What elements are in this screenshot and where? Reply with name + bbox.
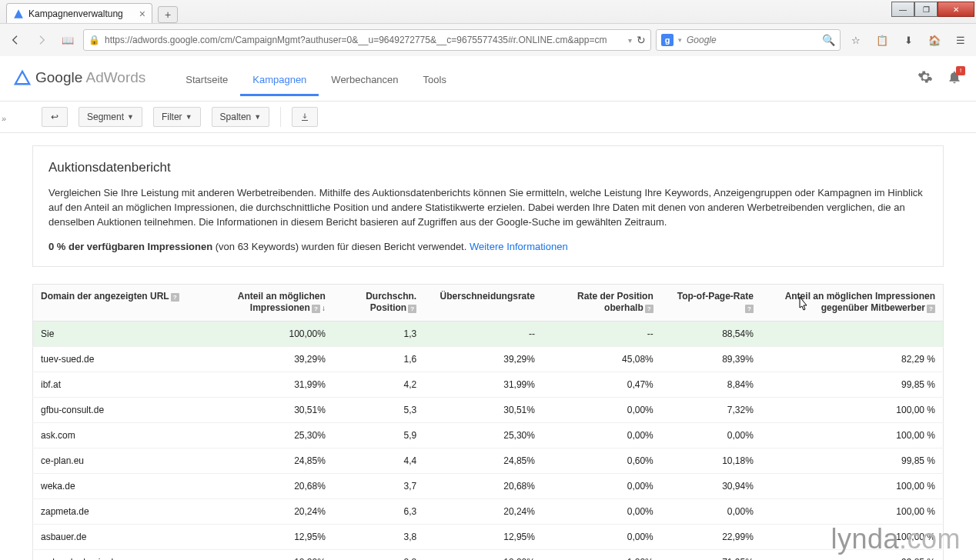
download-button[interactable] <box>292 107 318 127</box>
table-row[interactable]: ask.com25,30%5,925,30%0,00%0,00%100,00 % <box>33 422 944 448</box>
search-icon[interactable]: 🔍 <box>822 34 835 46</box>
help-icon[interactable]: ? <box>927 305 935 313</box>
info-link[interactable]: Weitere Informationen <box>470 241 568 252</box>
search-dropdown-icon[interactable]: ▾ <box>678 36 682 44</box>
cell-pos: 4,4 <box>333 448 424 473</box>
table-row[interactable]: weka.de20,68%3,720,68%0,00%30,94%100,00 … <box>33 473 944 498</box>
cell-url: tuev-sued.de <box>33 346 188 372</box>
filter-dropdown[interactable]: Filter▼ <box>153 107 201 127</box>
header-overlap[interactable]: Überschneidungsrate <box>424 284 543 321</box>
cell-over: 30,51% <box>424 397 543 422</box>
table-row[interactable]: weka-akademie.de12,20%2,812,20%1,22%71,9… <box>33 549 944 560</box>
table-row[interactable]: gfbu-consult.de30,51%5,330,51%0,00%7,32%… <box>33 397 944 422</box>
table-header-row: Domain der angezeigten URL? Anteil an mö… <box>33 284 944 321</box>
cell-above: 0,00% <box>543 524 661 549</box>
columns-dropdown[interactable]: Spalten▼ <box>212 107 270 127</box>
menu-icon[interactable]: ☰ <box>950 29 971 51</box>
table-row[interactable]: tuev-sued.de39,29%1,639,29%45,08%89,39%8… <box>33 346 944 372</box>
help-icon[interactable]: ? <box>408 305 416 313</box>
header-top-of-page[interactable]: Top-of-Page-Rate? <box>661 284 761 321</box>
new-tab-button[interactable]: + <box>158 6 178 23</box>
cell-pos: 1,6 <box>333 346 424 372</box>
maximize-button[interactable]: ❐ <box>914 2 938 17</box>
table-row[interactable]: asbauer.de12,95%3,812,95%0,00%22,99%100,… <box>33 524 944 549</box>
table-row[interactable]: Sie100,00%1,3----88,54% <box>33 321 944 346</box>
nav-startseite[interactable]: Startseite <box>173 60 240 96</box>
content-area: Auktionsdatenbericht Vergleichen Sie Ihr… <box>0 133 976 560</box>
cell-over: 25,30% <box>424 422 543 448</box>
reader-mode-icon[interactable]: 📖 <box>57 29 79 51</box>
help-icon[interactable]: ? <box>171 293 179 302</box>
cell-url: weka-akademie.de <box>33 549 188 560</box>
reload-icon[interactable]: ↻ <box>637 34 646 46</box>
cell-top: 71,95% <box>661 549 761 560</box>
cell-url: weka.de <box>33 473 188 498</box>
cell-above: 45,08% <box>543 346 661 372</box>
table-row[interactable]: ce-plan.eu24,85%4,424,85%0,60%10,18%99,8… <box>33 448 944 473</box>
cell-above: 0,00% <box>543 397 661 422</box>
nav-kampagnen[interactable]: Kampagnen <box>240 60 319 96</box>
gear-icon[interactable] <box>918 69 933 87</box>
cell-top: 22,99% <box>661 524 761 549</box>
tab-close-icon[interactable]: × <box>139 8 145 20</box>
cell-above: 1,22% <box>543 549 661 560</box>
cell-url: gfbu-consult.de <box>33 397 188 422</box>
nav-werbechancen[interactable]: Werbechancen <box>319 60 410 96</box>
notifications-badge: ! <box>956 66 965 75</box>
help-icon[interactable]: ? <box>645 305 653 313</box>
back-arrow-button[interactable]: ↩ <box>42 107 68 127</box>
header-position[interactable]: Durchschn. Position? <box>333 284 424 321</box>
window-controls: — ❐ ✕ <box>891 2 974 17</box>
adwords-logo[interactable]: Google AdWords <box>14 69 145 86</box>
header-above-rate[interactable]: Rate der Position oberhalb? <box>543 284 661 321</box>
table-row[interactable]: zapmeta.de20,24%6,320,24%0,00%0,00%100,0… <box>33 498 944 524</box>
cell-url: Sie <box>33 321 188 346</box>
info-summary: 0 % der verfügbaren Impressionen (von 63… <box>48 241 928 252</box>
header-url[interactable]: Domain der angezeigten URL? <box>33 284 188 321</box>
clipboard-icon[interactable]: 📋 <box>871 29 893 51</box>
header-outranking[interactable]: Anteil an möglichen Impressionen gegenüb… <box>761 284 944 321</box>
cell-out: 99,85 % <box>761 448 944 473</box>
adwords-logo-text: Google AdWords <box>35 69 145 86</box>
cell-url: ask.com <box>33 422 188 448</box>
help-icon[interactable]: ? <box>745 305 754 313</box>
forward-button[interactable] <box>31 29 52 51</box>
cell-pos: 3,7 <box>333 473 424 498</box>
url-bar[interactable]: 🔒 https://adwords.google.com/cm/Campaign… <box>83 29 651 51</box>
close-window-button[interactable]: ✕ <box>938 2 974 17</box>
table-row[interactable]: ibf.at31,99%4,231,99%0,47%8,84%99,85 % <box>33 372 944 397</box>
nav-tools[interactable]: Tools <box>411 60 459 96</box>
nav-bar: 📖 🔒 https://adwords.google.com/cm/Campai… <box>0 23 976 56</box>
search-input[interactable] <box>687 35 817 45</box>
browser-tab[interactable]: Kampagnenverwaltung × <box>6 3 152 23</box>
cell-pos: 5,3 <box>333 397 424 422</box>
cell-pos: 4,2 <box>333 372 424 397</box>
cell-over: 12,95% <box>424 524 543 549</box>
tab-bar: Kampagnenverwaltung × + <box>0 0 976 23</box>
cell-url: zapmeta.de <box>33 498 188 524</box>
notifications-icon[interactable]: ! <box>947 69 962 87</box>
cell-top: 10,18% <box>661 448 761 473</box>
cell-top: 8,84% <box>661 372 761 397</box>
cell-impr: 39,29% <box>188 346 333 372</box>
segment-dropdown[interactable]: Segment▼ <box>79 107 142 127</box>
back-button[interactable] <box>5 29 26 51</box>
cell-top: 0,00% <box>661 422 761 448</box>
cell-over: 24,85% <box>424 448 543 473</box>
browser-search-bar[interactable]: g ▾ 🔍 <box>656 29 841 51</box>
minimize-button[interactable]: — <box>891 2 914 17</box>
help-icon[interactable]: ? <box>312 305 320 313</box>
header-impressions[interactable]: Anteil an möglichen Impressionen?↓ <box>188 284 333 321</box>
bookmark-star-icon[interactable]: ☆ <box>845 29 867 51</box>
main-nav: Startseite Kampagnen Werbechancen Tools <box>173 60 459 96</box>
expand-sidebar-icon[interactable]: » <box>2 114 6 123</box>
home-icon[interactable]: 🏠 <box>924 29 945 51</box>
cell-url: asbauer.de <box>33 524 188 549</box>
cell-impr: 20,24% <box>188 498 333 524</box>
svg-marker-0 <box>14 9 23 18</box>
downloads-icon[interactable]: ⬇ <box>897 29 919 51</box>
cell-top: 7,32% <box>661 397 761 422</box>
dropdown-icon[interactable]: ▾ <box>628 36 632 45</box>
cell-impr: 12,20% <box>188 549 333 560</box>
cell-url: ibf.at <box>33 372 188 397</box>
